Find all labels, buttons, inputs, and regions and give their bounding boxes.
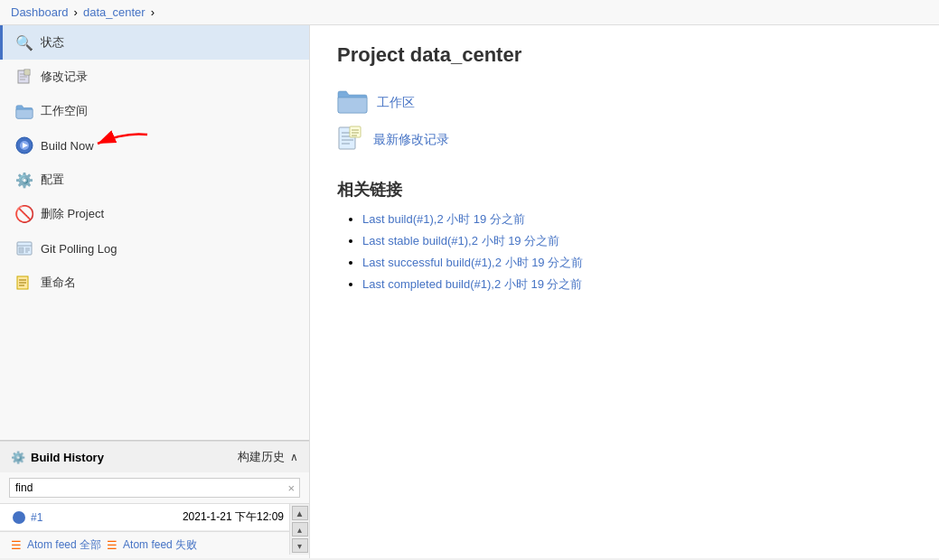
rename-icon bbox=[15, 274, 33, 292]
content-links: 工作区 最新修改记录 bbox=[337, 89, 912, 154]
sidebar-label-build-now: Build Now bbox=[41, 139, 94, 153]
atom-feed-all-label: Atom feed bbox=[27, 538, 77, 551]
sidebar-item-git-log[interactable]: Git Polling Log bbox=[0, 231, 309, 266]
build-search-input[interactable] bbox=[9, 478, 300, 498]
build-search-clear[interactable]: × bbox=[287, 481, 295, 495]
build-nav-up[interactable]: ▴ bbox=[292, 522, 308, 537]
breadcrumb-sep-1: › bbox=[74, 5, 78, 19]
sidebar-label-rename: 重命名 bbox=[41, 275, 76, 291]
build-status-icon bbox=[13, 511, 25, 524]
red-arrow-annotation bbox=[89, 130, 152, 160]
build-time: 2021-1-21 下午12:09 bbox=[183, 509, 284, 525]
build-history-section: ⚙️ Build History 构建历史 ∧ × #1 bbox=[0, 440, 309, 558]
sidebar: 🔍 状态 修改记录 bbox=[0, 25, 310, 558]
build-history-header-right: 构建历史 ∧ bbox=[238, 449, 298, 465]
changelog-link-item: 最新修改记录 bbox=[337, 126, 912, 154]
build-history-header: ⚙️ Build History 构建历史 ∧ bbox=[0, 441, 309, 472]
related-link-2[interactable]: Last successful build(#1),2 小时 19 分之前 bbox=[362, 256, 583, 269]
edit-icon bbox=[15, 68, 33, 86]
svg-rect-12 bbox=[19, 247, 23, 253]
svg-rect-4 bbox=[24, 70, 30, 75]
build-history-title: Build History bbox=[31, 451, 104, 464]
atom-feed-fail-text: 失败 bbox=[175, 538, 197, 551]
sidebar-item-build-now[interactable]: Build Now bbox=[0, 128, 309, 163]
related-link-item-3: Last completed build(#1),2 小时 19 分之前 bbox=[362, 276, 912, 293]
feed-icon-1: ☰ bbox=[11, 538, 22, 552]
search-icon: 🔍 bbox=[15, 33, 33, 51]
build-num-col: #1 bbox=[13, 511, 42, 524]
build-history-subtitle: 构建历史 bbox=[238, 449, 285, 465]
build-search-row: × bbox=[0, 472, 309, 504]
build-nav-down[interactable]: ▾ bbox=[292, 538, 308, 553]
related-link-3[interactable]: Last completed build(#1),2 小时 19 分之前 bbox=[362, 277, 583, 291]
sidebar-item-workspace[interactable]: 工作空间 bbox=[0, 94, 309, 128]
build-nav-col: ▲ ▴ ▾ bbox=[289, 504, 309, 555]
atom-feed-all-text: 全部 bbox=[80, 538, 101, 551]
breadcrumb-dashboard[interactable]: Dashboard bbox=[11, 5, 69, 19]
related-link-item-1: Last stable build(#1),2 小时 19 分之前 bbox=[362, 233, 912, 249]
sidebar-label-status: 状态 bbox=[41, 34, 64, 51]
breadcrumb-sep-2: › bbox=[151, 5, 155, 19]
related-link-0[interactable]: Last build(#1),2 小时 19 分之前 bbox=[362, 212, 525, 226]
atom-feed-fail-link[interactable]: Atom feed 失败 bbox=[123, 537, 197, 553]
atom-feed-row: ☰ Atom feed 全部 ☰ Atom feed 失败 bbox=[0, 531, 309, 558]
workspace-link[interactable]: 工作区 bbox=[377, 95, 415, 111]
sidebar-label-workspace: 工作空间 bbox=[41, 103, 88, 119]
git-icon bbox=[15, 239, 33, 257]
related-links-list: Last build(#1),2 小时 19 分之前 Last stable b… bbox=[337, 211, 912, 293]
breadcrumb: Dashboard › data_center › bbox=[0, 0, 939, 25]
feed-icon-2: ☰ bbox=[107, 538, 117, 552]
sidebar-item-rename[interactable]: 重命名 bbox=[0, 266, 309, 300]
related-link-item-2: Last successful build(#1),2 小时 19 分之前 bbox=[362, 255, 912, 271]
sidebar-item-delete[interactable]: 🚫 删除 Project bbox=[0, 197, 309, 231]
atom-feed-all-link[interactable]: Atom feed 全部 bbox=[27, 537, 101, 553]
related-link-item-0: Last build(#1),2 小时 19 分之前 bbox=[362, 211, 912, 228]
build-history-gear-icon: ⚙️ bbox=[11, 451, 25, 464]
breadcrumb-data-center[interactable]: data_center bbox=[83, 5, 146, 19]
workspace-folder-icon bbox=[337, 89, 368, 117]
build-link[interactable]: #1 bbox=[31, 511, 42, 524]
related-section-title: 相关链接 bbox=[337, 179, 912, 201]
atom-feed-fail-label: Atom feed bbox=[123, 538, 173, 551]
content-area: Project data_center 工作区 bbox=[310, 25, 939, 558]
build-history-header-left: ⚙️ Build History bbox=[11, 451, 104, 464]
build-nav-top[interactable]: ▲ bbox=[292, 506, 308, 520]
build-list-container: #1 2021-1-21 下午12:09 ▲ ▴ ▾ bbox=[0, 504, 309, 531]
page-title: Project data_center bbox=[337, 43, 912, 67]
build-item: #1 2021-1-21 下午12:09 bbox=[0, 504, 309, 531]
folder-icon bbox=[15, 102, 33, 120]
build-now-icon bbox=[15, 136, 33, 154]
delete-icon: 🚫 bbox=[15, 205, 33, 223]
related-link-1[interactable]: Last stable build(#1),2 小时 19 分之前 bbox=[362, 234, 559, 247]
build-history-chevron[interactable]: ∧ bbox=[290, 451, 298, 463]
sidebar-item-configure[interactable]: ⚙️ 配置 bbox=[0, 163, 309, 197]
sidebar-items: 🔍 状态 修改记录 bbox=[0, 25, 309, 440]
build-search-wrapper: × bbox=[9, 478, 300, 498]
changelog-link[interactable]: 最新修改记录 bbox=[373, 132, 449, 148]
sidebar-label-git-log: Git Polling Log bbox=[41, 242, 117, 256]
sidebar-item-status[interactable]: 🔍 状态 bbox=[0, 25, 309, 60]
workspace-link-item: 工作区 bbox=[337, 89, 912, 117]
sidebar-label-delete: 删除 Project bbox=[41, 206, 104, 222]
changelog-icon bbox=[337, 126, 364, 154]
sidebar-label-configure: 配置 bbox=[41, 172, 64, 188]
sidebar-label-changelog: 修改记录 bbox=[41, 69, 88, 85]
sidebar-item-changelog[interactable]: 修改记录 bbox=[0, 60, 309, 94]
gear-icon: ⚙️ bbox=[15, 171, 33, 189]
